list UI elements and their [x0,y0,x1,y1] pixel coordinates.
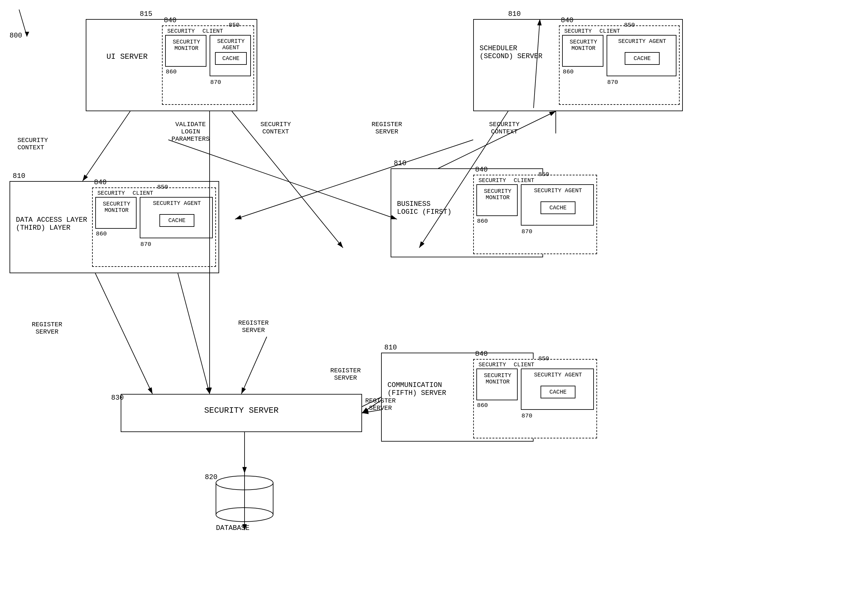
sched-security-monitor-box: SECURITYMONITOR [562,35,604,67]
dal-security-label: SECURITY [95,190,127,196]
svg-point-3 [216,476,273,490]
ui-server-ref: 815 [140,10,152,18]
bl-cache-box: CACHE [540,201,575,214]
svg-point-4 [216,508,273,521]
annotation-security-context-left: SECURITYCONTEXT [18,137,48,151]
dal-840: 840 [94,179,107,186]
comm-client-850: 850 [538,355,549,362]
annotation-register-server-top: REGISTERSERVER [372,121,402,135]
bl-agent-box: SECURITY AGENT CACHE [521,184,594,226]
sched-cache-box: CACHE [625,52,660,65]
comm-monitor-label: SECURITYMONITOR [477,372,518,385]
annotation-register-server-comm: REGISTERSERVER [330,367,361,381]
sched-client-label: CLIENT [597,28,623,34]
database-ref: 820 [205,473,218,481]
scheduler-label: SCHEDULER(SECOND) SERVER [480,44,556,61]
ui-security-monitor-box: SECURITYMONITOR [165,35,207,67]
patent-diagram: 800 UI SERVER 815 840 SECURITY CLIENT 85… [0,0,847,616]
comm-monitor-box: SECURITYMONITOR [477,369,518,400]
svg-line-16 [241,337,267,394]
bl-client-850: 850 [538,171,549,178]
sched-monitor-label: SECURITYMONITOR [563,39,604,52]
sched-840: 840 [561,16,574,24]
data-access-ref: 810 [13,172,25,180]
svg-marker-1 [25,32,29,37]
svg-line-9 [83,111,130,181]
annotation-register-server-left: REGISTERSERVER [32,321,62,335]
ui-client-850: 850 [229,22,239,29]
business-logic-label: BUSINESSLOGIC (FIRST) [397,200,460,216]
dal-860: 860 [96,230,107,237]
bl-monitor-label: SECURITYMONITOR [477,188,518,201]
sched-860: 860 [563,68,574,75]
ui-security-agent-box: SECURITY AGENT CACHE [210,35,251,76]
ui-monitor-860: 860 [166,68,177,75]
bl-860: 860 [477,218,488,225]
comm-ref: 810 [384,344,397,352]
ui-agent-label: SECURITY AGENT [210,38,252,51]
business-ref: 810 [394,160,407,167]
data-access-label: DATA ACCESS LAYER(THIRD) LAYER [16,216,86,232]
sched-security-label: SECURITY [562,28,594,34]
comm-server-label: COMMUNICATION(FIFTH) SERVER [387,381,457,397]
dal-monitor-label: SECURITYMONITOR [96,201,137,213]
ui-server-label: UI SERVER [95,52,159,61]
database-label: DATABASE [216,524,249,532]
ui-agent-870: 870 [210,79,221,86]
bl-monitor-box: SECURITYMONITOR [477,184,518,216]
bl-840: 840 [475,166,488,174]
svg-line-15 [95,273,152,394]
svg-line-25 [438,111,556,168]
ui-security-monitor-label: SECURITYMONITOR [166,39,207,52]
dal-agent-box: SECURITY AGENT CACHE [140,197,213,238]
dal-870: 870 [140,241,151,248]
annotation-validate-login: VALIDATELOGINPARAMETERS [171,121,210,143]
security-server-ref: 830 [111,394,124,402]
bl-client-label: CLIENT [511,177,537,184]
security-server-label: SECURITY SERVER [137,406,346,415]
comm-840: 840 [475,350,488,358]
annotation-register-server-mid: REGISTERSERVER [238,319,269,334]
ui-server-840: 840 [164,16,177,24]
ref-800-arrow [0,0,38,38]
dal-client-850: 850 [157,184,168,191]
annotation-security-context-far-right: SECURITYCONTEXT [489,121,519,135]
svg-line-22 [178,273,210,394]
bl-security-label: SECURITY [477,177,508,184]
ui-cache-box: CACHE [215,52,247,65]
annotation-register-server-right: REGISTERSERVER [365,397,396,412]
comm-860: 860 [477,402,488,409]
bl-agent-label: SECURITY AGENT [521,188,595,194]
comm-870: 870 [521,412,532,420]
dal-cache-box: CACHE [159,214,194,227]
annotation-security-context-right: SECURITYCONTEXT [260,121,291,135]
comm-client-label: CLIENT [511,362,537,368]
comm-agent-box: SECURITY AGENT CACHE [521,369,594,410]
ui-client-label: CLIENT [200,28,226,34]
scheduler-ref: 810 [508,10,521,18]
comm-cache-box: CACHE [540,386,575,398]
dal-monitor-box: SECURITYMONITOR [95,197,137,229]
comm-agent-label: SECURITY AGENT [521,372,595,378]
ui-security-label: SECURITY [165,28,197,34]
database-symbol [213,473,276,524]
dal-client-label: CLIENT [130,190,156,196]
sched-client-850: 850 [624,22,635,29]
bl-870: 870 [521,228,532,235]
sched-agent-box: SECURITY AGENT CACHE [606,35,676,76]
sched-agent-label: SECURITY AGENT [607,38,677,44]
sched-870: 870 [607,79,618,86]
dal-agent-label: SECURITY AGENT [140,200,213,207]
comm-security-label: SECURITY [477,362,508,368]
